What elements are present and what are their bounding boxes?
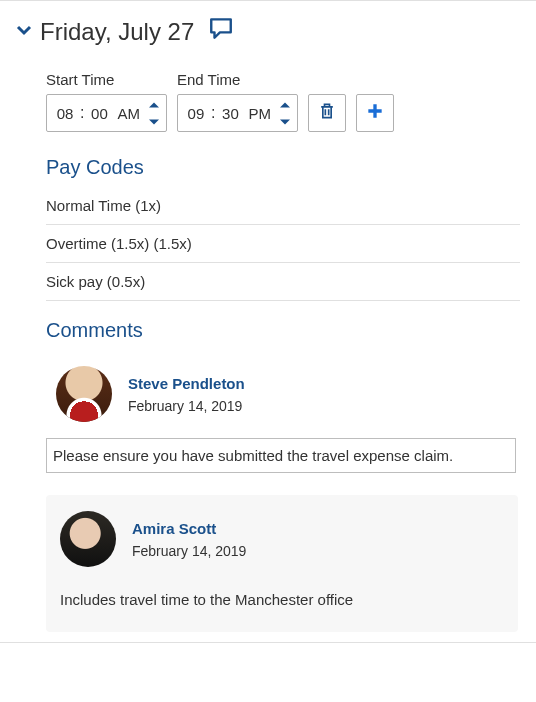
- end-ampm[interactable]: PM: [244, 105, 277, 122]
- avatar: [56, 366, 112, 422]
- comment-body[interactable]: Please ensure you have submitted the tra…: [46, 438, 516, 473]
- trash-icon: [317, 101, 337, 125]
- paycode-item[interactable]: Overtime (1.5x) (1.5x): [46, 225, 520, 263]
- chevron-down-icon[interactable]: [16, 22, 32, 42]
- end-time-input[interactable]: : PM: [177, 94, 298, 132]
- start-minute-field[interactable]: [85, 105, 113, 122]
- plus-icon: [365, 101, 385, 125]
- day-header: Friday, July 27: [16, 17, 520, 47]
- comment-icon[interactable]: [202, 17, 234, 47]
- end-time-label: End Time: [177, 71, 298, 88]
- comment-date: February 14, 2019: [132, 543, 246, 559]
- end-hour-field[interactable]: [182, 105, 210, 122]
- add-button[interactable]: [356, 94, 394, 132]
- paycode-list: Normal Time (1x) Overtime (1.5x) (1.5x) …: [16, 193, 520, 301]
- spinner-up-icon[interactable]: [148, 95, 160, 113]
- time-row: Start Time : AM End Time : PM: [16, 71, 520, 132]
- day-title: Friday, July 27: [40, 18, 194, 46]
- start-ampm[interactable]: AM: [113, 105, 146, 122]
- comment-date: February 14, 2019: [128, 398, 245, 414]
- paycodes-heading: Pay Codes: [16, 156, 520, 179]
- delete-button[interactable]: [308, 94, 346, 132]
- paycode-item[interactable]: Sick pay (0.5x): [46, 263, 520, 301]
- comment-author[interactable]: Steve Pendleton: [128, 375, 245, 392]
- start-time-input[interactable]: : AM: [46, 94, 167, 132]
- comment-block: Amira Scott February 14, 2019 Includes t…: [46, 495, 518, 632]
- end-minute-field[interactable]: [216, 105, 244, 122]
- avatar: [60, 511, 116, 567]
- spinner-down-icon[interactable]: [148, 113, 160, 131]
- comment-block: Steve Pendleton February 14, 2019 Please…: [46, 356, 520, 473]
- spinner-down-icon[interactable]: [279, 113, 291, 131]
- comments-heading: Comments: [16, 319, 520, 342]
- start-time-label: Start Time: [46, 71, 167, 88]
- comment-author[interactable]: Amira Scott: [132, 520, 246, 537]
- spinner-up-icon[interactable]: [279, 95, 291, 113]
- paycode-item[interactable]: Normal Time (1x): [46, 193, 520, 225]
- comment-body: Includes travel time to the Manchester o…: [60, 583, 504, 616]
- start-hour-field[interactable]: [51, 105, 79, 122]
